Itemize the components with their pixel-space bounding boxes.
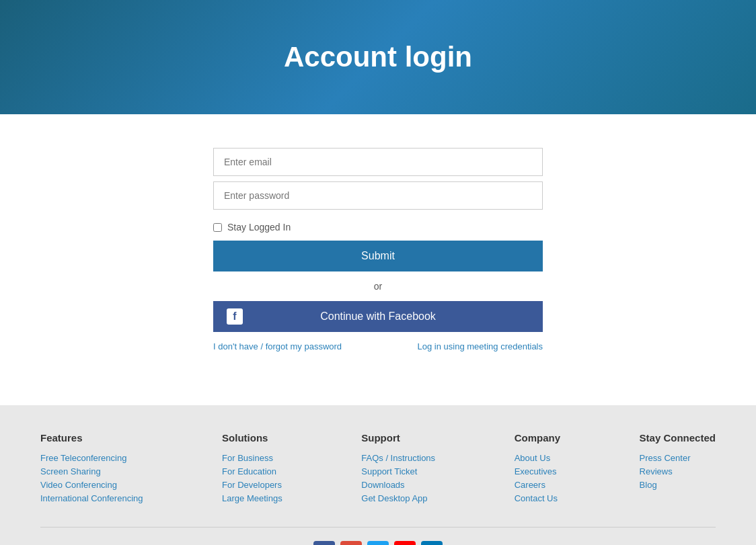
facebook-icon: f <box>227 308 243 325</box>
footer-solutions-heading: Solutions <box>222 432 282 444</box>
footer-social: f g+ 🐦 ▶ in <box>40 541 716 545</box>
footer-link-large-meetings[interactable]: Large Meetings <box>222 493 282 503</box>
footer-link-press-center[interactable]: Press Center <box>640 453 716 463</box>
or-divider: or <box>213 281 543 292</box>
footer-link-for-business[interactable]: For Business <box>222 453 282 463</box>
facebook-login-button[interactable]: f Continue with Facebook <box>213 301 543 332</box>
footer-link-video-conferencing[interactable]: Video Conferencing <box>40 480 143 490</box>
meeting-credentials-link[interactable]: Log in using meeting credentials <box>418 341 543 351</box>
footer-link-screen-sharing[interactable]: Screen Sharing <box>40 466 143 476</box>
footer-link-about-us[interactable]: About Us <box>515 453 560 463</box>
page-header: Account login <box>0 0 756 114</box>
footer-support-heading: Support <box>361 432 435 444</box>
email-field[interactable] <box>213 148 543 176</box>
footer: Features Free Teleconferencing Screen Sh… <box>0 405 756 545</box>
footer-link-contact-us[interactable]: Contact Us <box>515 493 560 503</box>
footer-col-stay-connected: Stay Connected Press Center Reviews Blog <box>640 432 716 507</box>
footer-col-support: Support FAQs / Instructions Support Tick… <box>361 432 435 507</box>
footer-link-careers[interactable]: Careers <box>515 480 560 490</box>
facebook-icon-container: f <box>227 308 243 325</box>
footer-link-free-teleconferencing[interactable]: Free Teleconferencing <box>40 453 143 463</box>
footer-link-for-education[interactable]: For Education <box>222 466 282 476</box>
footer-link-support-ticket[interactable]: Support Ticket <box>361 466 435 476</box>
footer-link-blog[interactable]: Blog <box>640 480 716 490</box>
footer-col-solutions: Solutions For Business For Education For… <box>222 432 282 507</box>
page-title: Account login <box>284 41 472 73</box>
social-linkedin-icon[interactable]: in <box>421 541 443 545</box>
submit-button[interactable]: Submit <box>213 241 543 271</box>
footer-link-downloads[interactable]: Downloads <box>361 480 435 490</box>
stay-logged-in-container: Stay Logged In <box>213 222 543 233</box>
links-row: I don't have / forgot my password Log in… <box>213 341 543 351</box>
footer-link-desktop-app[interactable]: Get Desktop App <box>361 493 435 503</box>
main-content: Stay Logged In Submit or f Continue with… <box>0 114 756 405</box>
footer-stay-connected-heading: Stay Connected <box>640 432 716 444</box>
footer-features-heading: Features <box>40 432 143 444</box>
login-form: Stay Logged In Submit or f Continue with… <box>213 148 543 351</box>
footer-link-reviews[interactable]: Reviews <box>640 466 716 476</box>
footer-divider <box>40 527 716 528</box>
footer-link-faqs[interactable]: FAQs / Instructions <box>361 453 435 463</box>
footer-link-international-conferencing[interactable]: International Conferencing <box>40 493 143 503</box>
facebook-button-label: Continue with Facebook <box>320 310 436 323</box>
stay-logged-in-checkbox[interactable] <box>213 223 222 232</box>
forgot-password-link[interactable]: I don't have / forgot my password <box>213 341 342 351</box>
footer-link-for-developers[interactable]: For Developers <box>222 480 282 490</box>
footer-col-company: Company About Us Executives Careers Cont… <box>515 432 560 507</box>
footer-col-features: Features Free Teleconferencing Screen Sh… <box>40 432 143 507</box>
stay-logged-in-label: Stay Logged In <box>227 222 291 233</box>
social-youtube-icon[interactable]: ▶ <box>394 541 416 545</box>
social-facebook-icon[interactable]: f <box>313 541 335 545</box>
footer-company-heading: Company <box>515 432 560 444</box>
social-twitter-icon[interactable]: 🐦 <box>367 541 389 545</box>
social-googleplus-icon[interactable]: g+ <box>340 541 362 545</box>
password-field[interactable] <box>213 181 543 210</box>
footer-link-executives[interactable]: Executives <box>515 466 560 476</box>
footer-columns: Features Free Teleconferencing Screen Sh… <box>40 432 716 507</box>
